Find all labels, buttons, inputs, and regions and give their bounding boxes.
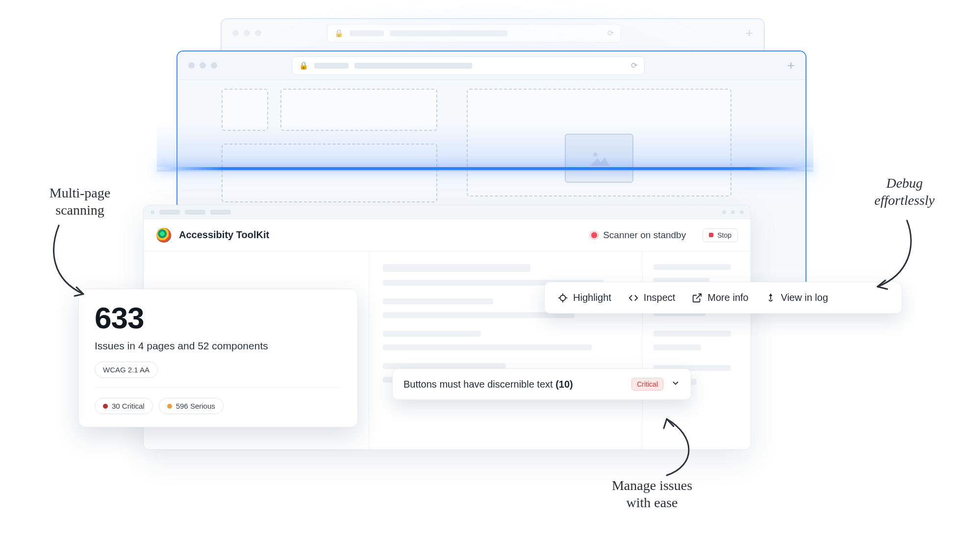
svg-point-0 — [593, 152, 597, 156]
more-info-label: More info — [707, 292, 748, 303]
record-indicator-icon — [590, 231, 598, 239]
window-controls — [188, 62, 217, 69]
issue-count-badge: (10) — [555, 379, 573, 390]
inspect-action[interactable]: Inspect — [628, 292, 675, 303]
more-info-action[interactable]: More info — [692, 292, 748, 303]
svg-line-6 — [696, 294, 701, 298]
toolkit-tabbar — [144, 205, 751, 219]
placeholder-row — [653, 331, 731, 337]
annotation-debug: Debug effortlessly — [848, 174, 961, 209]
view-in-log-label: View in log — [781, 292, 828, 303]
critical-count-label: 30 Critical — [112, 402, 145, 410]
highlight-label: Highlight — [573, 292, 611, 303]
serious-count-label: 596 Serious — [176, 402, 215, 410]
new-tab-icon: + — [746, 25, 753, 41]
new-tab-icon[interactable]: + — [787, 58, 795, 73]
lock-icon: 🔒 — [334, 29, 344, 38]
refresh-icon: ⟳ — [607, 28, 614, 38]
target-icon — [557, 293, 568, 303]
critical-chip[interactable]: 30 Critical — [95, 398, 153, 414]
chevron-down-icon[interactable] — [671, 379, 680, 390]
placeholder-row — [383, 264, 530, 272]
serious-dot-icon — [167, 404, 172, 409]
address-bar: 🔒 ⟳ — [327, 24, 621, 43]
wireframe-block — [280, 89, 437, 131]
external-link-icon — [692, 293, 703, 303]
lock-icon: 🔒 — [299, 61, 308, 70]
toolkit-logo-icon — [156, 228, 171, 243]
issue-text: Buttons must have discernible text — [403, 379, 553, 390]
highlight-action[interactable]: Highlight — [557, 292, 611, 303]
actions-toolbar: Highlight Inspect More info View in log — [544, 282, 902, 314]
serious-chip[interactable]: 596 Serious — [159, 398, 224, 414]
code-icon — [628, 293, 639, 303]
toolkit-title: Accessibity ToolKit — [179, 229, 269, 241]
arrow-icon — [863, 216, 922, 294]
stop-icon — [709, 233, 713, 237]
marker-icon — [765, 293, 776, 303]
refresh-icon[interactable]: ⟳ — [631, 61, 637, 70]
wireframe-block — [222, 144, 437, 202]
toolkit-mid-column — [369, 251, 643, 449]
scanner-status: Scanner on standby Stop — [590, 228, 738, 242]
placeholder-row — [653, 344, 701, 350]
annotation-manage: Manage issues with ease — [583, 477, 721, 511]
issue-count: 633 — [95, 303, 342, 333]
arrow-icon — [39, 221, 103, 304]
url-placeholder — [314, 63, 349, 69]
address-bar[interactable]: 🔒 ⟳ — [292, 56, 645, 75]
scanner-status-text: Scanner on standby — [603, 230, 686, 241]
placeholder-row — [383, 312, 575, 318]
issue-subtitle: Issues in 4 pages and 52 components — [95, 340, 342, 352]
placeholder-row — [383, 298, 493, 304]
stop-label: Stop — [717, 231, 731, 239]
url-placeholder — [354, 63, 472, 69]
critical-dot-icon — [103, 404, 108, 409]
image-placeholder-icon — [565, 134, 633, 183]
issue-row[interactable]: Buttons must have discernible text (10) … — [392, 368, 691, 400]
wireframe-block — [222, 89, 268, 131]
placeholder-row — [383, 344, 592, 350]
scan-line — [157, 167, 813, 170]
window-controls — [232, 30, 261, 36]
wcag-chip[interactable]: WCAG 2.1 AA — [95, 362, 158, 378]
placeholder-row — [653, 264, 731, 270]
svg-point-1 — [560, 295, 566, 300]
annotation-multi-page: Multi-page scanning — [24, 184, 136, 219]
severity-badge: Critical — [631, 378, 663, 391]
placeholder-row — [383, 331, 481, 337]
inspect-label: Inspect — [644, 292, 675, 303]
stop-button[interactable]: Stop — [703, 228, 738, 242]
arrow-icon — [637, 412, 706, 480]
stats-card: 633 Issues in 4 pages and 52 components … — [78, 289, 358, 427]
view-in-log-action[interactable]: View in log — [765, 292, 828, 303]
